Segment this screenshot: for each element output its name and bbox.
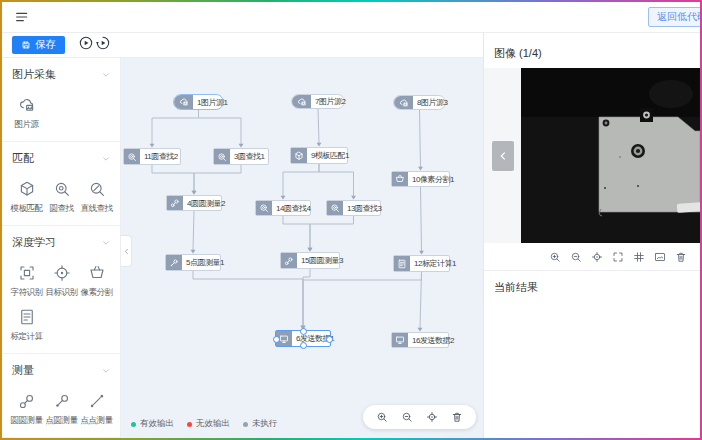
canvas-zoom-out-button[interactable] — [401, 411, 413, 423]
sidebar-collapse-handle[interactable] — [121, 235, 132, 267]
flow-node[interactable]: 14圆查找4 — [255, 200, 311, 216]
node-label: 12标定计算1 — [410, 256, 460, 271]
save-button[interactable]: 保存 — [12, 36, 65, 54]
circle-find-icon — [330, 203, 340, 213]
zoom-out-icon — [401, 411, 413, 423]
node-type-icon — [292, 95, 311, 108]
topbar: 返回低代码 — [2, 2, 700, 33]
component-item[interactable]: 直线查找 — [79, 180, 114, 215]
canvas-zoom-toolbar — [363, 405, 476, 429]
viewer-zoom-out-button[interactable] — [570, 251, 582, 263]
image-result-panel: 图像 (1/4) — [484, 33, 700, 438]
viewer-fit-button[interactable] — [654, 251, 666, 263]
flow-node[interactable]: 7图片源2 — [291, 94, 345, 109]
legend-label: 有效输出 — [140, 418, 174, 430]
node-type-icon — [281, 253, 297, 268]
component-item-label: 圆圆测量 — [11, 415, 43, 427]
chevron-down-icon — [102, 155, 110, 163]
node-label: 11圆查找2 — [140, 149, 182, 164]
app-frame: 返回低代码 保存 图片采集图片源匹配模板匹配圆查找直线查找深度学习字符识别目标识… — [0, 0, 702, 440]
point-circle-icon — [169, 258, 179, 268]
chevron-down-icon — [102, 367, 110, 375]
cloud-image-icon — [18, 96, 36, 114]
canvas-zoom-in-button[interactable] — [376, 411, 388, 423]
node-label: 13圆查找3 — [343, 201, 385, 215]
component-item[interactable]: 圆圆测量 — [9, 392, 44, 427]
menu-icon — [14, 9, 30, 25]
component-item[interactable]: 字符识别 — [9, 264, 44, 299]
zoom-in-icon — [376, 411, 388, 423]
canvas-locate-button[interactable] — [426, 411, 438, 423]
save-icon — [21, 40, 31, 50]
viewer-fullscreen-button[interactable] — [612, 251, 624, 263]
component-item-label: 像素分割 — [81, 287, 113, 299]
back-to-lowcode-button[interactable]: 返回低代码 — [648, 7, 700, 27]
flow-node[interactable]: 3圆查找1 — [213, 148, 269, 165]
zoom-in-icon — [549, 251, 561, 263]
component-item[interactable]: 模板匹配 — [9, 180, 44, 215]
component-item[interactable]: 圆查找 — [44, 180, 79, 215]
sidebar-section-title: 深度学习 — [12, 235, 56, 250]
viewer-zoom-in-button[interactable] — [549, 251, 561, 263]
sidebar-section-header[interactable]: 测量 — [2, 354, 120, 381]
viewer-grid-button[interactable] — [633, 251, 645, 263]
chevron-down-icon — [102, 239, 110, 247]
monitor-icon — [279, 334, 289, 344]
point-point-icon — [88, 392, 106, 410]
trash-icon — [675, 251, 687, 263]
component-item[interactable]: 图片源 — [9, 96, 44, 131]
node-label: 3圆查找1 — [230, 149, 268, 164]
legend-label: 未执行 — [252, 418, 278, 430]
flow-node[interactable]: 5点圆测量1 — [165, 254, 221, 271]
component-item[interactable]: 像素分割 — [79, 264, 114, 299]
target-icon — [53, 264, 71, 282]
node-type-icon — [124, 149, 140, 164]
node-type-icon — [174, 95, 193, 109]
component-item-label: 圆查找 — [50, 203, 74, 215]
component-item[interactable]: 标定计算 — [9, 308, 44, 343]
menu-icon[interactable] — [14, 8, 32, 26]
flow-node[interactable]: 8图片源3 — [393, 95, 446, 110]
prev-image-button[interactable] — [492, 141, 514, 171]
flow-node[interactable]: 13圆查找3 — [326, 200, 381, 216]
image-viewer-toolbar — [484, 243, 700, 271]
locate-icon — [591, 251, 603, 263]
node-type-icon — [392, 172, 408, 186]
flow-node[interactable]: 10像素分割1 — [391, 171, 450, 187]
component-item-label: 目标识别 — [46, 287, 78, 299]
component-item[interactable]: 点圆测量 — [44, 392, 79, 427]
component-item[interactable]: 点点测量 — [79, 392, 114, 427]
grid-icon — [633, 251, 645, 263]
flow-node[interactable]: 1图片源1 — [173, 94, 224, 110]
legend-dot — [243, 422, 248, 427]
component-item-label: 字符识别 — [11, 287, 43, 299]
node-type-icon — [166, 255, 182, 270]
cloud-image-icon — [297, 97, 307, 107]
viewer-trash-button[interactable] — [675, 251, 687, 263]
flow-node[interactable]: 15圆圆测量3 — [280, 252, 340, 269]
component-item-label: 标定计算 — [11, 331, 43, 343]
ocr-icon — [18, 264, 36, 282]
sidebar-section-header[interactable]: 深度学习 — [2, 226, 120, 253]
sidebar-section: 匹配模板匹配圆查找直线查找 — [2, 142, 120, 226]
node-label: 5点圆测量1 — [182, 255, 228, 270]
run-once-button[interactable] — [78, 35, 95, 52]
flow-node[interactable]: 12标定计算1 — [393, 255, 450, 272]
sidebar-section-header[interactable]: 匹配 — [2, 142, 120, 169]
component-item-label: 点圆测量 — [46, 415, 78, 427]
flow-node[interactable]: 16发送数据2 — [391, 332, 449, 348]
flow-node[interactable]: 11圆查找2 — [123, 148, 181, 165]
flow-canvas[interactable]: 1图片源17图片源28图片源311圆查找23圆查找19模板匹配110像素分割14… — [121, 58, 483, 438]
canvas-trash-button[interactable] — [451, 411, 463, 423]
viewer-locate-button[interactable] — [591, 251, 603, 263]
node-type-icon — [394, 96, 413, 109]
flow-node[interactable]: 4圆圆测量2 — [166, 195, 222, 211]
flow-node[interactable]: 6发送数据1 — [275, 330, 331, 347]
save-icon — [21, 40, 31, 50]
run-continuous-button[interactable] — [95, 35, 112, 52]
component-item[interactable]: 目标识别 — [44, 264, 79, 299]
flow-node[interactable]: 9模板匹配1 — [290, 147, 348, 164]
sidebar-section-header[interactable]: 图片采集 — [2, 58, 120, 85]
node-label: 10像素分割1 — [408, 172, 458, 186]
fullscreen-icon — [612, 251, 624, 263]
